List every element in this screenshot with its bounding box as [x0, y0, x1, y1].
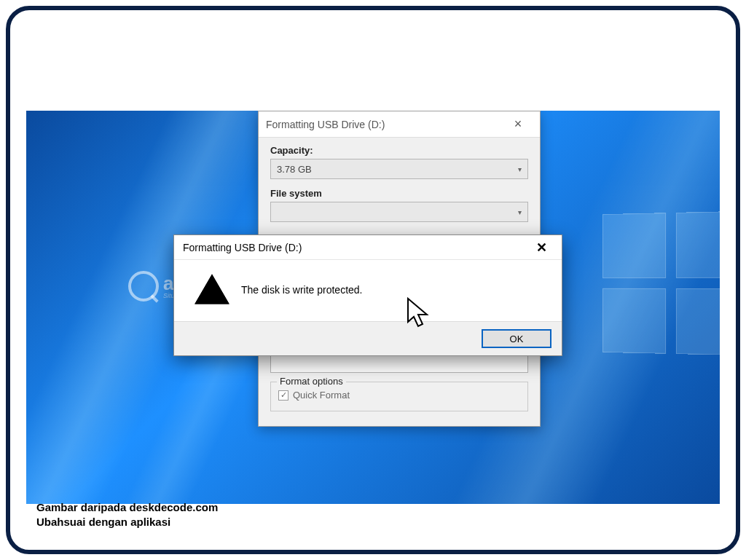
chevron-down-icon: ▾ [518, 165, 522, 173]
caption-line-1: Gambar daripada deskdecode.com [36, 500, 218, 515]
error-dialog-titlebar[interactable]: Formatting USB Drive (D:) ✕ [174, 235, 562, 260]
quick-format-label: Quick Format [293, 390, 350, 401]
error-message: The disk is write protected. [241, 284, 363, 296]
capacity-value: 3.78 GB [277, 164, 312, 175]
close-icon[interactable]: × [503, 117, 533, 132]
desktop-background: ari Tekno Situs Teknologi Paling Dicari … [26, 111, 720, 504]
chevron-down-icon: ▾ [518, 208, 522, 216]
close-icon[interactable]: ✕ [527, 240, 556, 256]
error-dialog: Formatting USB Drive (D:) ✕ ! The disk i… [173, 234, 562, 356]
capacity-label: Capacity: [270, 145, 528, 156]
caption-line-2: Ubahsuai dengan aplikasi [36, 515, 218, 529]
format-dialog-titlebar[interactable]: Formatting USB Drive (D:) × [259, 111, 540, 138]
card-frame: ari Tekno Situs Teknologi Paling Dicari … [6, 6, 740, 554]
magnifier-icon [128, 271, 159, 301]
ok-button[interactable]: OK [482, 329, 551, 348]
top-white-bar [26, 39, 720, 106]
warning-icon: ! [196, 276, 228, 304]
image-caption: Gambar daripada deskdecode.com Ubahsuai … [36, 500, 218, 530]
capacity-dropdown[interactable]: 3.78 GB ▾ [270, 159, 528, 179]
format-dialog-title: Formatting USB Drive (D:) [266, 119, 503, 130]
file-system-label: File system [270, 188, 528, 199]
error-dialog-title: Formatting USB Drive (D:) [183, 242, 527, 253]
windows-logo-squares [602, 211, 720, 355]
volume-label-input[interactable] [270, 354, 528, 373]
format-options-legend: Format options [277, 376, 346, 387]
quick-format-checkbox[interactable]: ✓ [278, 390, 288, 401]
file-system-dropdown[interactable]: ▾ [270, 202, 528, 222]
format-options-group: Format options ✓ Quick Format [270, 382, 528, 411]
